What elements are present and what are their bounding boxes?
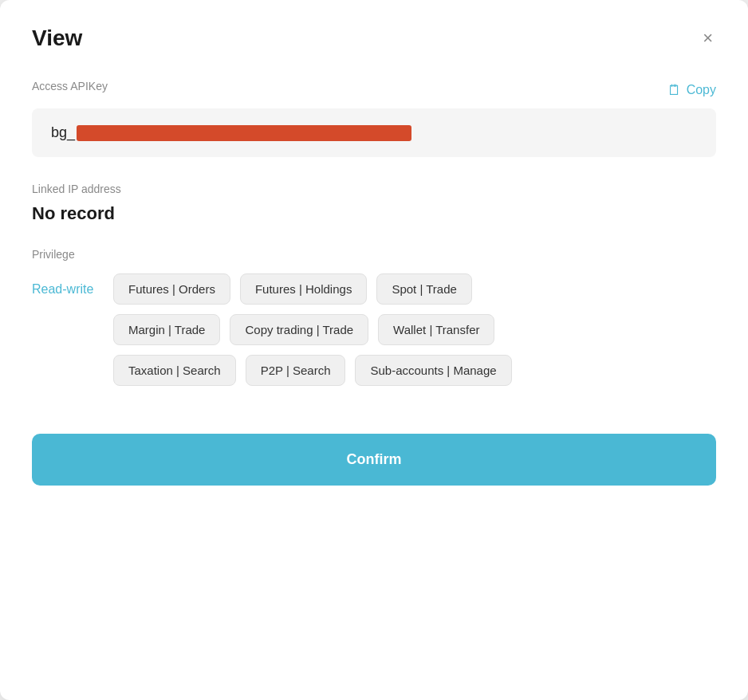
privilege-badge-margin-trade: Margin | Trade [113,314,220,345]
view-modal: View × Access APIKey 🗒 Copy bg_ Linked I… [0,0,748,700]
privilege-row-1: Read-write Futures | Orders Futures | Ho… [32,273,716,305]
apikey-box: bg_ [32,108,716,157]
ip-label: Linked IP address [32,183,716,195]
copy-label: Copy [687,83,716,97]
modal-title: View [32,26,82,51]
close-button[interactable]: × [699,26,716,50]
apikey-prefix: bg_ [51,124,75,141]
copy-button[interactable]: 🗒 Copy [667,82,716,99]
ip-section: Linked IP address No record [32,183,716,224]
copy-icon: 🗒 [667,82,682,99]
confirm-button[interactable]: Confirm [32,434,716,486]
privilege-row-3: Taxation | Search P2P | Search Sub-accou… [32,355,716,386]
privilege-badge-spot-trade: Spot | Trade [376,273,471,305]
apikey-label: Access APIKey [32,80,108,92]
privilege-badge-taxation-search: Taxation | Search [113,355,236,386]
privilege-badge-copy-trading-trade: Copy trading | Trade [230,314,368,345]
read-write-label: Read-write [32,282,104,297]
privilege-badge-futures-orders: Futures | Orders [113,273,230,305]
apikey-header: Access APIKey 🗒 Copy [32,80,716,100]
privilege-grid: Read-write Futures | Orders Futures | Ho… [32,273,716,386]
modal-header: View × [32,26,716,51]
ip-value: No record [32,203,716,224]
privilege-badge-subaccounts-manage: Sub-accounts | Manage [355,355,511,386]
privilege-label: Privilege [32,248,716,261]
apikey-redacted [77,125,411,141]
privilege-section: Privilege Read-write Futures | Orders Fu… [32,248,716,386]
privilege-badge-p2p-search: P2P | Search [246,355,346,386]
privilege-badge-wallet-transfer: Wallet | Transfer [378,314,494,345]
privilege-row-2: Margin | Trade Copy trading | Trade Wall… [32,314,716,345]
privilege-badge-futures-holdings: Futures | Holdings [240,273,367,305]
